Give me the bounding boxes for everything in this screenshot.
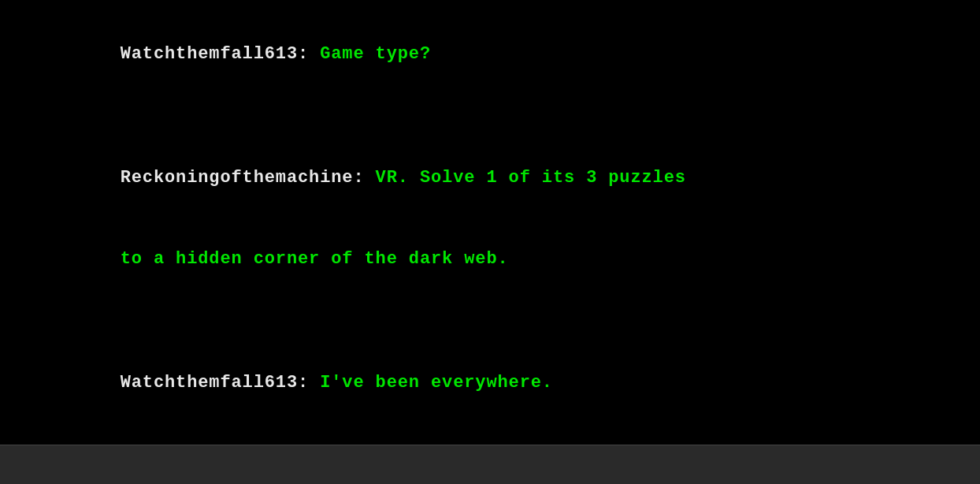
username-3: Watchthemfall613: [121, 373, 309, 393]
spacer-2 [32, 300, 948, 343]
message-text-3: I've been everywhere. [309, 373, 553, 393]
username-2: Reckoningofthemachine: [121, 168, 365, 188]
bottom-bar [0, 445, 980, 484]
message-line-2: Reckoningofthemachine: VR. Solve 1 of it… [32, 138, 948, 218]
message-block-2: Reckoningofthemachine: VR. Solve 1 of it… [32, 138, 948, 300]
message-block-1: Watchthemfall613: Game type? [32, 14, 948, 95]
message-text-1: Game type? [309, 44, 431, 64]
message-line-3: Watchthemfall613: I've been everywhere. [32, 343, 948, 423]
message-text-2b: to a hidden corner of the dark web. [121, 249, 509, 269]
chat-content: Watchthemfall613: Game type? Reckoningof… [0, 0, 980, 445]
message-text-2: VR. Solve 1 of its 3 puzzles [364, 168, 685, 188]
spacer-1 [32, 95, 948, 138]
message-line-2b: to a hidden corner of the dark web. [32, 219, 948, 300]
message-block-3: Watchthemfall613: I've been everywhere. [32, 343, 948, 423]
chat-container: Watchthemfall613: Game type? Reckoningof… [0, 0, 980, 484]
message-line-1: Watchthemfall613: Game type? [32, 14, 948, 95]
username-1: Watchthemfall613: [121, 44, 309, 64]
